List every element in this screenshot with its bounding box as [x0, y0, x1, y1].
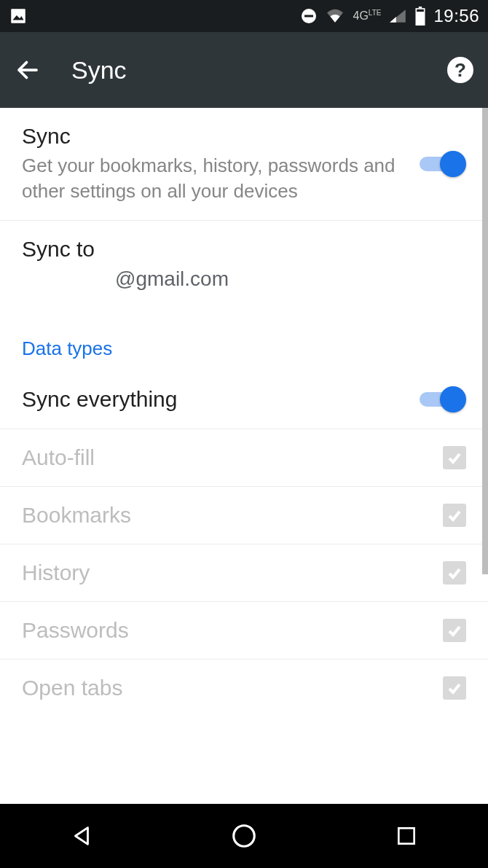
network-label: 4GLTE — [353, 9, 381, 22]
sync-master-row[interactable]: Sync Get your bookmarks, history, passwo… — [0, 108, 488, 221]
nav-home-icon[interactable] — [229, 821, 259, 851]
item-autofill-row: Auto-fill — [0, 429, 488, 487]
sync-to-label: Sync to — [22, 237, 466, 262]
svg-rect-5 — [417, 9, 425, 12]
item-label: Auto-fill — [22, 445, 428, 470]
scrollbar[interactable] — [482, 108, 488, 574]
sync-everything-row[interactable]: Sync everything — [0, 370, 488, 429]
checkbox-passwords — [443, 619, 466, 642]
sync-subtitle: Get your bookmarks, history, passwords a… — [22, 153, 405, 204]
nav-back-icon[interactable] — [66, 821, 97, 851]
svg-point-6 — [234, 826, 255, 847]
item-passwords-row: Passwords — [0, 602, 488, 660]
battery-icon — [414, 7, 426, 26]
navigation-bar — [0, 804, 488, 868]
sync-toggle[interactable] — [420, 151, 466, 177]
do-not-disturb-icon — [300, 7, 318, 25]
item-bookmarks-row: Bookmarks — [0, 487, 488, 544]
item-label: Open tabs — [22, 676, 428, 700]
checkbox-history — [443, 561, 466, 584]
status-clock: 19:56 — [433, 6, 479, 26]
cellular-signal-icon — [388, 8, 407, 24]
app-bar: Sync ? — [0, 32, 488, 108]
page-title: Sync — [71, 56, 417, 85]
sync-everything-toggle[interactable] — [420, 386, 466, 413]
sync-to-email: @gmail.com — [22, 267, 466, 291]
sync-title: Sync — [22, 124, 405, 149]
item-label: History — [22, 560, 428, 585]
section-header-data-types: Data types — [0, 316, 488, 370]
checkbox-autofill — [443, 446, 466, 469]
item-label: Bookmarks — [22, 503, 428, 528]
back-icon[interactable] — [15, 57, 41, 83]
item-opentabs-row: Open tabs — [0, 660, 488, 716]
item-history-row: History — [0, 544, 488, 602]
checkbox-opentabs — [443, 676, 466, 700]
checkbox-bookmarks — [443, 504, 466, 527]
sync-everything-label: Sync everything — [22, 387, 405, 412]
picture-icon — [9, 7, 28, 26]
nav-recent-icon[interactable] — [391, 821, 422, 851]
svg-rect-0 — [11, 9, 25, 23]
svg-rect-3 — [419, 7, 422, 8]
sync-to-row[interactable]: Sync to @gmail.com — [0, 221, 488, 316]
wifi-icon — [325, 8, 345, 24]
item-label: Passwords — [22, 618, 428, 643]
help-icon[interactable]: ? — [447, 57, 473, 83]
svg-rect-7 — [399, 828, 414, 843]
svg-rect-2 — [304, 15, 313, 17]
content-area: Sync Get your bookmarks, history, passwo… — [0, 108, 488, 804]
status-bar: 4GLTE 19:56 — [0, 0, 488, 32]
